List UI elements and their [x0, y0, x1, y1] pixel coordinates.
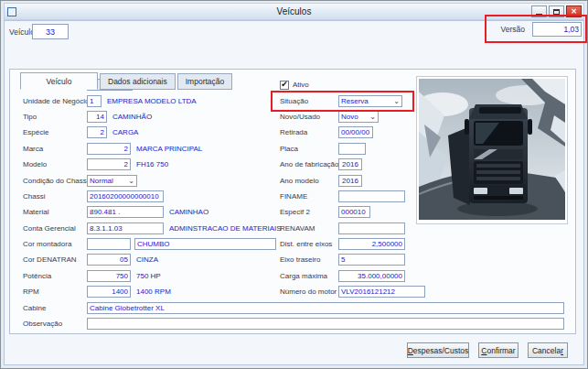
- material-desc: CAMINHAO: [169, 208, 208, 216]
- modelo-desc: FH16 750: [136, 160, 168, 168]
- conta-gerencial-label: Conta Gerencial: [23, 224, 87, 233]
- condicao-chassi-value: Normal: [90, 176, 113, 186]
- conta-gerencial-input[interactable]: [87, 222, 164, 234]
- marca-desc: MARCA PRINCIPAL: [136, 145, 202, 153]
- field-row-cabine: Cabine: [23, 299, 568, 315]
- situacao-dropdown[interactable]: Reserva ⌄: [338, 95, 402, 107]
- field-row-situacao: Situação Reserva ⌄: [280, 92, 435, 108]
- cor-denatran-input[interactable]: [87, 254, 131, 266]
- maximize-icon: [553, 9, 560, 15]
- ativo-label: Ativo: [293, 81, 309, 89]
- vehicle-photo: [416, 76, 568, 224]
- tipo-label: Tipo: [23, 113, 87, 121]
- cor-denatran-label: Cor DENATRAN: [23, 255, 87, 264]
- carga-maxima-label: Carga máxima: [280, 272, 338, 280]
- unidade-negocio-input[interactable]: [87, 95, 102, 107]
- placa-input[interactable]: [338, 143, 366, 155]
- check-icon: ✔: [281, 81, 288, 89]
- vehicle-tab-panel: Modelo padrão Unidade de Negócio EMPRESA…: [9, 69, 576, 334]
- especie-label: Espécie: [23, 128, 87, 136]
- eixo-traseiro-input[interactable]: [338, 254, 405, 266]
- tab-importacao[interactable]: Importação: [177, 73, 233, 90]
- vehicle-number-input[interactable]: [32, 24, 69, 39]
- despesas-custos-button[interactable]: Despesas/Custos: [407, 342, 469, 358]
- observacao-input[interactable]: [87, 318, 564, 330]
- ano-fabricacao-label: Ano de fabricação: [280, 160, 338, 168]
- especie-input[interactable]: [87, 126, 107, 138]
- cabine-input[interactable]: [87, 302, 564, 314]
- tab-veiculo[interactable]: Veículo: [20, 72, 98, 90]
- carga-maxima-input[interactable]: [338, 270, 405, 282]
- potencia-desc: 750 HP: [136, 272, 161, 280]
- dist-entre-eixos-input[interactable]: [338, 238, 405, 250]
- chassi-input[interactable]: [87, 190, 164, 202]
- cancelar-button[interactable]: Cancelar: [528, 342, 568, 358]
- versao-input[interactable]: [532, 22, 582, 37]
- placa-label: Placa: [280, 145, 338, 153]
- cabine-label: Cabine: [23, 304, 87, 312]
- app-icon: [7, 7, 16, 16]
- situacao-label: Situação: [280, 97, 338, 105]
- especie-desc: CARGA: [112, 128, 138, 136]
- tipo-input[interactable]: [87, 111, 107, 123]
- renavam-label: RENAVAM: [280, 224, 338, 233]
- modelo-label: Modelo: [23, 160, 87, 168]
- field-row-ano-fabricacao: Ano de fabricação: [280, 157, 435, 172]
- numero-motor-input[interactable]: [338, 286, 425, 298]
- field-row-carga-maxima: Carga máxima: [280, 268, 435, 284]
- retirada-input[interactable]: [338, 126, 373, 138]
- field-row-ativo: ✔ Ativo: [280, 77, 435, 92]
- condicao-chassi-label: Condição do Chassi: [23, 177, 87, 185]
- button-accesskey: r: [561, 346, 563, 355]
- renavam-input[interactable]: [338, 222, 405, 234]
- material-label: Material: [23, 208, 87, 216]
- tab-bar: Veículo Dados adicionais Importação: [20, 72, 234, 90]
- ano-fabricacao-input[interactable]: [338, 158, 362, 170]
- especif2-input[interactable]: [338, 206, 370, 218]
- finame-label: FINAME: [280, 192, 338, 201]
- modelo-input[interactable]: [87, 158, 131, 170]
- especif2-label: Especif 2: [280, 208, 338, 216]
- button-text: onfirmar: [486, 346, 515, 355]
- chassi-label: Chassi: [23, 192, 87, 201]
- tipo-desc: CAMINHÃO: [112, 113, 152, 121]
- ano-modelo-input[interactable]: [338, 175, 362, 187]
- ano-modelo-label: Ano modelo: [280, 177, 338, 185]
- button-text: Cancela: [532, 346, 561, 355]
- condicao-chassi-dropdown[interactable]: Normal ⌄: [87, 175, 137, 187]
- ativo-checkbox[interactable]: ✔: [280, 81, 289, 90]
- observacao-label: Observação: [23, 320, 87, 328]
- potencia-input[interactable]: [87, 270, 131, 282]
- numero-motor-label: Número do motor: [280, 288, 338, 296]
- versao-label: Versão: [501, 25, 525, 34]
- cor-montadora-desc-input[interactable]: [134, 238, 276, 250]
- field-row-numero-motor: Número do motor: [280, 284, 435, 299]
- field-row-dist-entre-eixos: Dist. entre eixos: [280, 236, 435, 252]
- cor-montadora-label: Cor montadora: [23, 240, 87, 248]
- finame-input[interactable]: [338, 190, 405, 202]
- situacao-value: Reserva: [341, 96, 369, 106]
- field-row-retirada: Retirada: [280, 125, 435, 140]
- conta-gerencial-desc: ADMINSTRACAO DE MATERIAIS: [169, 224, 282, 233]
- material-input[interactable]: [87, 206, 164, 218]
- button-text: espesas/Custos: [413, 346, 468, 355]
- chevron-down-icon: ⌄: [393, 96, 400, 107]
- truck-photo-illustration: [419, 79, 565, 220]
- retirada-label: Retirada: [280, 128, 338, 136]
- novo-usado-value: Novo: [341, 112, 358, 122]
- dist-entre-eixos-label: Dist. entre eixos: [280, 240, 338, 248]
- field-row-especif2: Especif 2: [280, 204, 435, 220]
- field-row-ano-modelo: Ano modelo: [280, 172, 435, 188]
- novo-usado-dropdown[interactable]: Novo ⌄: [338, 111, 379, 123]
- rpm-input[interactable]: [87, 286, 131, 298]
- confirmar-button[interactable]: Confirmar: [478, 342, 519, 358]
- unidade-negocio-label: Unidade de Negócio: [23, 97, 87, 105]
- field-row-novo-usado: Novo/Usado Novo ⌄: [280, 109, 435, 125]
- tab-dados-adicionais[interactable]: Dados adicionais: [100, 73, 176, 90]
- marca-input[interactable]: [87, 143, 131, 155]
- cor-denatran-desc: CINZA: [136, 255, 158, 264]
- rpm-desc: 1400 RPM: [136, 288, 171, 296]
- novo-usado-label: Novo/Usado: [280, 113, 338, 121]
- chevron-down-icon: ⌄: [128, 176, 134, 187]
- cor-montadora-code-input[interactable]: [87, 238, 131, 250]
